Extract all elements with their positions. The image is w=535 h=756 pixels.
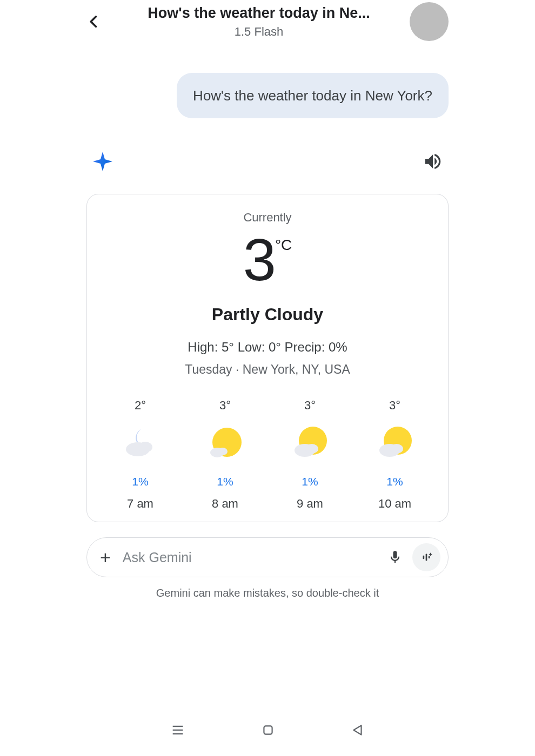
svg-point-10 (390, 444, 403, 454)
svg-rect-11 (423, 556, 425, 559)
model-name[interactable]: 1.5 Flash (235, 25, 284, 39)
android-nav-bar (0, 723, 535, 740)
disclaimer-text: Gemini can make mistakes, so double-chec… (86, 587, 449, 599)
back-button[interactable] (86, 11, 108, 32)
hour-time: 7 am (127, 497, 153, 511)
svg-rect-17 (264, 726, 272, 734)
hour-forecast-3: 3° 1% 10 am (363, 399, 427, 511)
svg-rect-13 (429, 556, 430, 558)
condition-label: Partly Cloudy (212, 305, 323, 325)
gemini-live-button[interactable] (412, 543, 440, 571)
current-temp: 3 °C (243, 230, 292, 289)
nav-back-icon[interactable] (351, 723, 365, 739)
weather-card[interactable]: Currently 3 °C Partly Cloudy High: 5° Lo… (86, 194, 449, 522)
hour-forecast-0: 2° 1% 7 am (108, 399, 173, 511)
svg-marker-18 (353, 725, 361, 734)
currently-label: Currently (243, 211, 291, 225)
hour-forecast-1: 3° 1% 8 am (193, 399, 258, 511)
ai-response-row (86, 151, 449, 172)
sunny-small-cloud-icon (206, 423, 244, 461)
microphone-icon[interactable] (387, 550, 403, 565)
input-bar: + (86, 537, 449, 577)
hour-forecast-2: 3° 1% 9 am (278, 399, 343, 511)
svg-point-7 (305, 444, 318, 454)
day-location: Tuesday · New York, NY, USA (185, 362, 350, 377)
hour-precip: 1% (386, 475, 403, 488)
nav-home-icon[interactable] (261, 723, 275, 739)
hour-temp: 3° (304, 399, 316, 413)
high-low-precip: High: 5° Low: 0° Precip: 0% (188, 340, 347, 355)
svg-point-4 (218, 448, 228, 455)
night-partly-cloudy-icon (122, 423, 159, 461)
speaker-icon[interactable] (423, 151, 443, 172)
conversation-title: How's the weather today in Ne... (148, 5, 370, 22)
partly-cloudy-icon (376, 423, 414, 461)
hour-precip: 1% (132, 475, 148, 488)
svg-point-1 (138, 442, 152, 453)
partly-cloudy-icon (291, 423, 329, 461)
hour-temp: 2° (135, 399, 146, 413)
hour-precip: 1% (302, 475, 318, 488)
hour-temp: 3° (389, 399, 400, 413)
hour-time: 8 am (212, 497, 238, 511)
avatar[interactable] (410, 2, 449, 41)
temp-unit: °C (275, 237, 292, 254)
hourly-forecast: 2° 1% 7 am 3° (98, 399, 437, 511)
header-title-block: How's the weather today in Ne... 1.5 Fla… (108, 5, 410, 39)
hour-precip: 1% (217, 475, 233, 488)
ask-gemini-input[interactable] (123, 550, 387, 565)
header: How's the weather today in Ne... 1.5 Fla… (86, 0, 449, 43)
plus-icon[interactable]: + (100, 547, 111, 568)
nav-recents-icon[interactable] (170, 723, 185, 740)
user-message-bubble: How's the weather today in New York? (177, 73, 449, 118)
gemini-sparkle-icon (92, 151, 113, 172)
hour-time: 10 am (378, 497, 411, 511)
svg-rect-12 (426, 554, 427, 561)
hour-time: 9 am (297, 497, 323, 511)
hour-temp: 3° (219, 399, 231, 413)
temp-value: 3 (243, 230, 274, 289)
